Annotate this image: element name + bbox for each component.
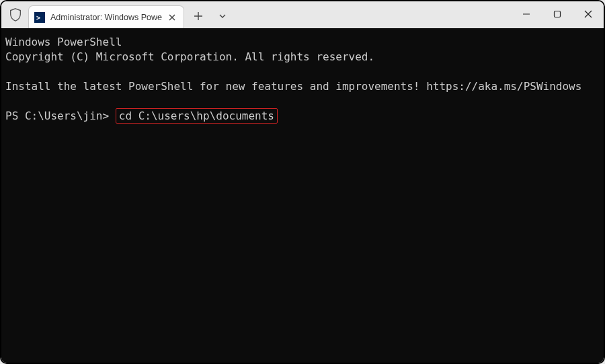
tab-close-button[interactable] [167, 13, 177, 22]
new-tab-button[interactable] [188, 6, 208, 26]
powershell-icon: > [34, 12, 45, 23]
tab-powershell[interactable]: > Administrator: Windows Powe [28, 5, 184, 28]
terminal-line: Install the latest PowerShell for new fe… [5, 80, 581, 93]
terminal-line: Windows PowerShell [5, 36, 122, 48]
window-controls [511, 1, 604, 27]
shield-icon [8, 7, 23, 22]
maximize-button[interactable] [542, 1, 573, 27]
svg-text:>: > [36, 14, 40, 21]
minimize-button[interactable] [511, 1, 542, 27]
terminal-line: Copyright (C) Microsoft Corporation. All… [5, 50, 374, 63]
close-button[interactable] [573, 1, 604, 27]
title-bar: > Administrator: Windows Powe [1, 1, 604, 28]
command-highlight: cd C:\users\hp\documents [116, 108, 278, 124]
terminal-area[interactable]: Windows PowerShell Copyright (C) Microso… [1, 28, 604, 363]
tab-dropdown-button[interactable] [212, 6, 233, 26]
svg-rect-7 [555, 11, 561, 17]
tab-title: Administrator: Windows Powe [50, 13, 162, 22]
command-text: cd C:\users\hp\documents [119, 109, 274, 122]
prompt-text: PS C:\Users\jin> [5, 109, 109, 122]
